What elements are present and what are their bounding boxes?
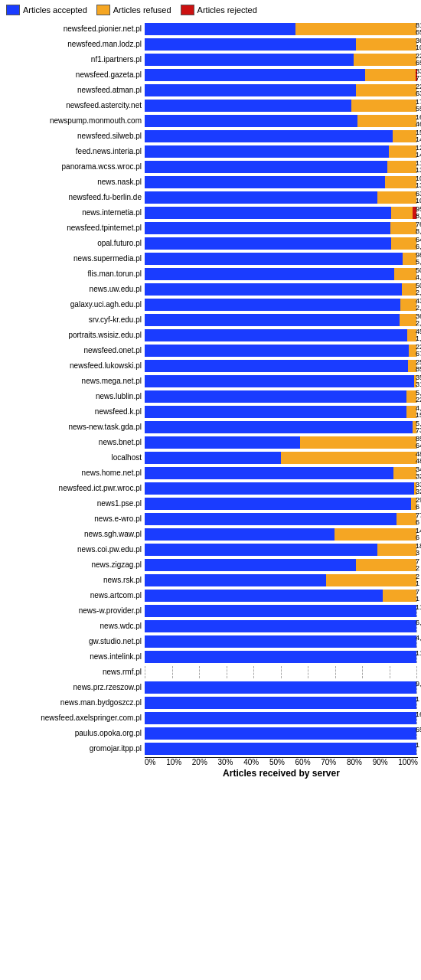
bars-area: 223,53763,486 [145,84,416,96]
row-label: news.wdc.pl [3,622,145,630]
row-label: newsfeed.lukowski.pl [3,361,145,370]
bar-accepted [145,54,354,66]
bar-accepted [145,314,400,326]
bars-area: 63,73610,655 [145,191,416,204]
legend-refused-label: Articles refused [113,5,171,15]
bar-accepted [145,38,356,51]
bar-accepted [145,360,408,372]
grid-line [416,268,417,280]
grid-line [416,299,417,311]
refused-color-box [96,5,110,15]
grid-line [335,666,336,678]
bar-accepted [145,421,413,433]
bar-refused [400,314,416,326]
table-row: newsfeed.pionier.net.pl819,322658,281 [3,21,418,36]
row-label: srv.cyf-kr.edu.pl [3,315,145,324]
bar-refused [406,390,416,403]
bar-refused [397,513,416,525]
bars-area: 22,687679 [145,345,416,357]
grid-line [416,100,417,112]
row-label: newsfeed.man.lodz.pl [3,40,145,48]
bars-area: 45,6941,600 [145,329,416,341]
bar-accepted [145,283,402,296]
bar-accepted [145,23,295,35]
bars-area: 146 [145,528,416,541]
table-row: news.zigzag.pl72 [3,557,418,572]
bar-refused [414,482,416,495]
bars-area: 100,36113,030 [145,176,416,188]
grid-line [390,666,390,678]
chart-body: newsfeed.pionier.net.pl819,322658,281new… [3,21,418,779]
bars-area: 1 [145,743,416,755]
bar-accepted [145,69,365,81]
grid-line [253,666,254,678]
x-label-100: 100% [398,758,418,766]
grid-line [416,605,417,617]
table-row: newsfeed.fu-berlin.de63,73610,655 [3,190,418,204]
bar-accepted [145,712,416,724]
bar-accepted [145,452,281,464]
bar-accepted [145,345,409,357]
bar-refused [387,161,416,173]
bars-area: 114,16113,559 [145,161,416,173]
row-label: newsfeed.tpinternet.pl [3,224,145,232]
table-row: flis.man.torun.pl50,4254,485 [3,266,418,281]
bars-area: 50,7122,877 [145,283,416,296]
grid-line [416,666,417,678]
bar-accepted [145,635,416,648]
bar-accepted [145,681,416,694]
table-row: gw.studio.net.pl4,788 [3,634,418,648]
row-label: news.artcom.pl [3,591,145,599]
bar-accepted [145,620,416,632]
bar-rejected [413,207,416,219]
table-row: newsfeed.axelspringer.com.pl16 [3,710,418,725]
bar-accepted [145,406,406,418]
bars-area: 220,41165,761 [145,54,416,66]
x-label-70: 70% [321,758,336,766]
bar-refused [409,345,416,357]
grid-line [145,666,145,678]
table-row: news.internetia.pl95,0128,152 [3,205,418,220]
row-label: newsfeed.pionier.net.pl [3,24,145,33]
bars-area: 98,0555,183 [145,253,416,265]
table-row: news.lublin.pl5,779226 [3,389,418,403]
table-row: nf1.ipartners.pl220,41165,761 [3,52,418,67]
table-row: newsfeed.onet.pl22,687679 [3,343,418,358]
bar-refused [408,360,416,372]
row-label: news.bnet.pl [3,438,145,446]
x-label-20: 20% [192,758,207,766]
grid-line [416,314,417,326]
grid-line [416,345,417,357]
bar-accepted [145,253,403,265]
bar-accepted [145,727,416,740]
grid-line [416,712,417,724]
row-label: newsfeed.ict.pwr.wroc.pl [3,484,145,492]
bar-refused [357,115,416,127]
bar-refused [356,38,416,51]
table-row: news.intelink.pl11 [3,649,418,664]
bar-accepted [145,697,416,709]
row-label: newsfeed.onet.pl [3,346,145,354]
bar-accepted [145,513,397,525]
bars-area: 4,074154 [145,406,416,418]
row-label: newsfeed.astercity.net [3,101,145,109]
bar-accepted [145,498,411,510]
x-axis-labels: 0% 10% 20% 30% 40% 50% 60% 70% 80% 90% 1… [145,757,418,766]
row-label: newsfeed.atman.pl [3,86,145,94]
bars-area: 50,4254,485 [145,268,416,280]
bar-refused [390,222,416,234]
grid-line [227,666,227,678]
bar-accepted [145,176,385,188]
bar-refused [407,329,416,341]
bars-area: 33,172321 [145,482,416,495]
grid-line [416,528,417,541]
x-label-30: 30% [218,758,233,766]
grid-line [416,207,417,219]
bars-area: 95,0128,152 [145,207,416,219]
bar-accepted [145,268,394,280]
grid-line [308,666,308,678]
row-label: localhost [3,453,145,462]
grid-line [416,329,417,341]
row-label: gromojar.itpp.pl [3,744,145,753]
grid-line [172,666,173,678]
